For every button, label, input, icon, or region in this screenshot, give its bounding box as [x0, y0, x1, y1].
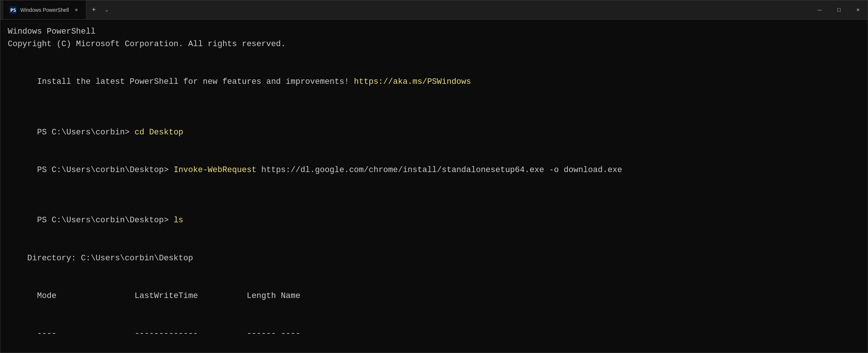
- prompt-3: PS C:\Users\corbin\Desktop>: [37, 216, 174, 225]
- install-url: https://aka.ms/PSWindows: [354, 77, 471, 86]
- invoke-args: https://dl.google.com/chrome/install/sta…: [256, 165, 622, 175]
- prompt-1: PS C:\Users\corbin>: [37, 128, 134, 137]
- sep-len: ------: [247, 329, 276, 338]
- blank-line-5: [8, 265, 860, 277]
- titlebar: PS Windows PowerShell ✕ + ⌄ — ☐ ✕: [0, 0, 868, 20]
- tab-title: Windows PowerShell: [20, 7, 69, 13]
- cd-command: cd Desktop: [134, 128, 183, 137]
- sep-lwt-spacer: [57, 329, 134, 338]
- ls-command-line: PS C:\Users\corbin\Desktop> ls: [8, 202, 860, 239]
- sep-name: ----: [281, 329, 300, 338]
- directory-line: Directory: C:\Users\corbin\Desktop: [8, 252, 860, 265]
- close-button[interactable]: ✕: [848, 0, 868, 19]
- sep-lwt: -------------: [134, 329, 198, 338]
- ls-separator-line: ---- ------------- ------ ----: [8, 315, 860, 353]
- svg-text:PS: PS: [10, 7, 16, 13]
- col-name-spacer: [276, 291, 281, 301]
- tab-close-button[interactable]: ✕: [73, 6, 80, 14]
- cd-command-line: PS C:\Users\corbin> cd Desktop: [8, 114, 860, 151]
- blank-line-2: [8, 101, 860, 114]
- install-text: Install the latest PowerShell for new fe…: [37, 77, 354, 86]
- window-controls: — ☐ ✕: [810, 0, 868, 19]
- prompt-2: PS C:\Users\corbin\Desktop>: [37, 165, 174, 175]
- col-mode: Mode: [37, 291, 57, 301]
- sep-name-spacer: [276, 329, 281, 338]
- col-lwt-spacer: [57, 291, 134, 301]
- sep-mode: ----: [37, 329, 57, 338]
- ls-command: ls: [174, 216, 183, 225]
- terminal-body[interactable]: Windows PowerShell Copyright (C) Microso…: [0, 20, 868, 353]
- minimize-button[interactable]: —: [810, 0, 829, 19]
- powershell-window: PS Windows PowerShell ✕ + ⌄ — ☐ ✕ Window…: [0, 0, 868, 353]
- output-line-1: Windows PowerShell: [8, 25, 860, 38]
- col-len: Length: [247, 291, 276, 301]
- ls-header-line: Mode LastWriteTime Length Name: [8, 277, 860, 315]
- tab-dropdown-button[interactable]: ⌄: [101, 0, 112, 19]
- maximize-button[interactable]: ☐: [829, 0, 848, 19]
- col-name: Name: [281, 291, 300, 301]
- col-lwt: LastWriteTime: [134, 291, 198, 301]
- blank-line-3: [8, 189, 860, 202]
- blank-line-4: [8, 240, 860, 252]
- new-tab-button[interactable]: +: [86, 0, 101, 19]
- active-tab[interactable]: PS Windows PowerShell ✕: [3, 0, 86, 19]
- blank-line-1: [8, 51, 860, 63]
- invoke-cmd: Invoke-WebRequest: [174, 165, 256, 175]
- powershell-icon: PS: [9, 6, 17, 14]
- col-len-spacer: [198, 291, 247, 301]
- output-line-4: Install the latest PowerShell for new fe…: [8, 63, 860, 101]
- invoke-webrequest-line: PS C:\Users\corbin\Desktop> Invoke-WebRe…: [8, 151, 860, 189]
- sep-len-spacer: [198, 329, 247, 338]
- output-line-2: Copyright (C) Microsoft Corporation. All…: [8, 38, 860, 51]
